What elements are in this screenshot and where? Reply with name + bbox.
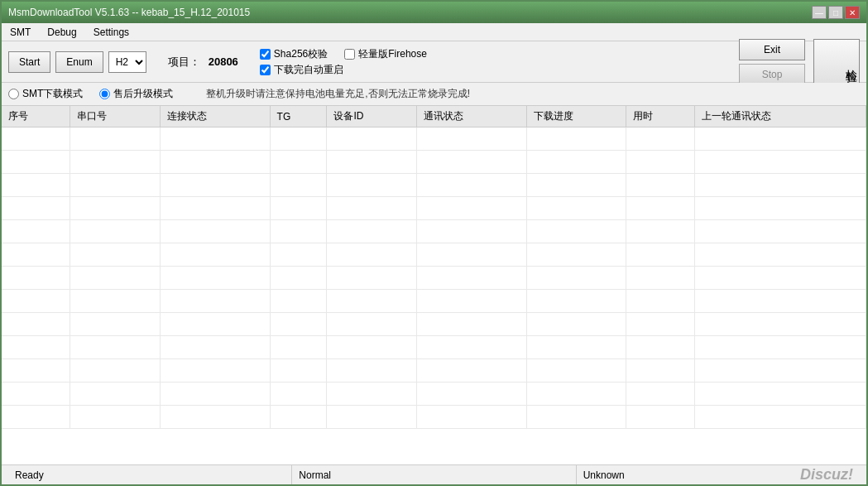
sha256-checkbox[interactable] [260, 49, 271, 60]
col-comm: 通讯状态 [416, 106, 526, 128]
table-row [2, 290, 866, 313]
project-value: 20806 [209, 55, 238, 68]
col-devid: 设备ID [327, 106, 416, 128]
h2-dropdown[interactable]: H2 [108, 51, 146, 73]
col-port: 串口号 [70, 106, 160, 128]
normal-text: Normal [299, 469, 331, 481]
col-conn: 连接状态 [160, 106, 270, 128]
col-last-comm: 上一轮通讯状态 [695, 106, 866, 128]
table-row [2, 359, 866, 383]
project-label: 项目： [168, 55, 200, 70]
table-row [2, 267, 866, 290]
menu-smt[interactable]: SMT [5, 26, 36, 39]
status-ready: Ready [8, 465, 292, 484]
checkboxes: Sha256校验 轻量版Firehose 下载完自动重启 [260, 47, 427, 77]
upgrade-radio[interactable] [99, 89, 110, 99]
start-button[interactable]: Start [8, 51, 50, 73]
title-bar-controls: — □ ✕ [812, 6, 860, 19]
menu-debug[interactable]: Debug [42, 26, 81, 39]
upgrade-radio-row: 售后升级模式 [99, 87, 173, 101]
verify-button[interactable]: 检验 [813, 39, 860, 85]
status-bar: Ready Normal Unknown Discuz! [2, 464, 866, 484]
sha256-row: Sha256校验 轻量版Firehose [260, 47, 427, 61]
notice-text: 整机升级时请注意保持电池电量充足,否则无法正常烧录完成! [206, 87, 470, 101]
enum-button[interactable]: Enum [55, 51, 103, 73]
maximize-button[interactable]: □ [828, 6, 843, 19]
table-row [2, 383, 866, 406]
table-row [2, 174, 866, 197]
title-bar: MsmDownloadTool V5.1.63 -- kebab_15_H.12… [2, 2, 866, 23]
minimize-button[interactable]: — [812, 6, 827, 19]
window-title: MsmDownloadTool V5.1.63 -- kebab_15_H.12… [8, 7, 250, 18]
toolbar-right: Exit Stop 检验 [739, 39, 860, 85]
exit-button[interactable]: Exit [739, 39, 805, 60]
unknown-text: Unknown [583, 469, 625, 481]
main-window: MsmDownloadTool V5.1.63 -- kebab_15_H.12… [0, 0, 868, 486]
col-seq: 序号 [2, 106, 70, 128]
auto-restart-checkbox[interactable] [260, 65, 271, 75]
light-checkbox[interactable] [344, 49, 355, 60]
sha256-label: Sha256校验 [274, 47, 328, 61]
smt-label: SMT下载模式 [22, 87, 83, 101]
smt-radio[interactable] [8, 89, 19, 99]
table-body [2, 128, 866, 429]
menu-settings[interactable]: Settings [89, 26, 134, 39]
main-table: 序号 串口号 连接状态 TG 设备ID 通讯状态 下载进度 用时 上一轮通讯状态 [2, 106, 866, 429]
smt-radio-row: SMT下载模式 [8, 87, 83, 101]
table-container: 序号 串口号 连接状态 TG 设备ID 通讯状态 下载进度 用时 上一轮通讯状态 [2, 106, 866, 464]
stop-button[interactable]: Stop [739, 64, 805, 85]
col-tg: TG [270, 106, 327, 128]
radio-bar: SMT下载模式 售后升级模式 整机升级时请注意保持电池电量充足,否则无法正常烧录… [2, 83, 866, 106]
toolbar: Start Enum H2 项目： 20806 Sha256校验 轻量版Fire… [2, 41, 866, 83]
table-row [2, 243, 866, 267]
status-unknown: Unknown Discuz! [577, 465, 860, 484]
table-row [2, 197, 866, 220]
auto-restart-row: 下载完自动重启 [260, 63, 427, 77]
status-normal: Normal [292, 465, 576, 484]
table-row [2, 220, 866, 243]
auto-restart-label: 下载完自动重启 [274, 63, 343, 77]
table-header: 序号 串口号 连接状态 TG 设备ID 通讯状态 下载进度 用时 上一轮通讯状态 [2, 106, 866, 128]
col-time: 用时 [626, 106, 695, 128]
close-button[interactable]: ✕ [845, 6, 860, 19]
upgrade-label: 售后升级模式 [113, 87, 173, 101]
table-row [2, 336, 866, 359]
ready-text: Ready [15, 469, 44, 481]
light-label: 轻量版Firehose [358, 47, 427, 61]
menu-bar: SMT Debug Settings [2, 23, 866, 41]
discuz-logo: Discuz! [800, 466, 853, 484]
col-progress: 下载进度 [526, 106, 626, 128]
table-row [2, 128, 866, 151]
table-row [2, 406, 866, 429]
toolbar-left: Start Enum H2 项目： 20806 Sha256校验 轻量版Fire… [8, 47, 734, 77]
table-row [2, 313, 866, 336]
table-row [2, 151, 866, 174]
side-buttons: Exit Stop [739, 39, 805, 85]
